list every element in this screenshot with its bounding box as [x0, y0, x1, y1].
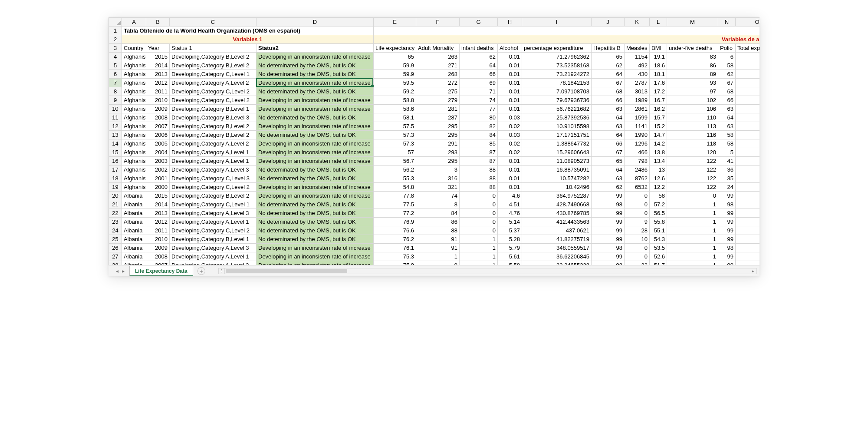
cell[interactable]: 2009 [146, 105, 170, 113]
cell[interactable]: 75.3 [374, 252, 416, 261]
cell[interactable]: 77.8 [374, 192, 416, 200]
row-header[interactable]: 3 [109, 44, 122, 53]
cell[interactable]: 51.7 [650, 261, 667, 265]
cell[interactable]: 36.62206845 [522, 252, 592, 261]
cell[interactable]: Albania [122, 218, 146, 226]
cell[interactable]: 18.1 [650, 70, 667, 79]
row-header[interactable]: 22 [109, 209, 122, 218]
cell[interactable]: 57 [374, 148, 416, 157]
cell[interactable]: 79.67936736 [522, 96, 592, 105]
cell[interactable]: Afghanista [122, 122, 146, 131]
cell[interactable]: 0 [667, 192, 718, 200]
cell[interactable]: 88 [416, 226, 460, 235]
cell[interactable]: 87 [460, 157, 498, 166]
cell[interactable]: 2486 [625, 166, 650, 174]
cell[interactable]: 76.1 [374, 244, 416, 252]
cell[interactable]: 17.2 [650, 87, 667, 96]
cell[interactable]: 1 [460, 261, 498, 265]
cell[interactable]: 0.01 [498, 61, 522, 70]
cell[interactable]: Afghanista [122, 70, 146, 79]
cell[interactable]: No deteminated by the OMS, but is OK [256, 218, 374, 226]
row-header[interactable]: 18 [109, 174, 122, 183]
cell[interactable]: 76.6 [374, 226, 416, 235]
cell[interactable]: 0.01 [498, 105, 522, 113]
cell[interactable]: 272 [416, 79, 460, 87]
cell[interactable]: Afghanista [122, 96, 146, 105]
select-all-corner[interactable] [109, 18, 122, 26]
cell[interactable]: 0 [460, 218, 498, 226]
cell[interactable]: Developing,Category B,Level 1 [170, 105, 256, 113]
cell[interactable]: 5 [736, 218, 760, 226]
cell[interactable]: Developing in an inconsisten rate of inc… [256, 192, 374, 200]
cell[interactable]: 62 [460, 53, 498, 61]
cell[interactable]: 122 [667, 166, 718, 174]
cell[interactable]: 36 [718, 166, 736, 174]
cell[interactable]: 279 [416, 96, 460, 105]
cell[interactable]: 99 [592, 218, 625, 226]
cell[interactable]: 63 [718, 105, 736, 113]
cell[interactable]: 8 [736, 70, 760, 79]
cell[interactable]: 2011 [146, 226, 170, 235]
cell[interactable]: 0 [625, 252, 650, 261]
cell[interactable]: Afghanista [122, 113, 146, 122]
cell[interactable]: Afghanista [122, 166, 146, 174]
cell[interactable]: 5 [736, 244, 760, 252]
column-header[interactable]: C [170, 18, 256, 26]
cell[interactable]: 4.51 [498, 200, 522, 209]
cell[interactable]: 2007 [146, 261, 170, 265]
cell[interactable]: 2861 [625, 105, 650, 113]
cell[interactable]: 4.76 [498, 209, 522, 218]
scrollbar-grip-icon[interactable]: ⋮ [219, 268, 225, 274]
cell[interactable]: 2010 [146, 235, 170, 244]
cell[interactable]: Developing,Category C,Level 2 [170, 96, 256, 105]
cell[interactable]: 12.6 [650, 174, 667, 183]
cell[interactable]: 58.1 [374, 113, 416, 122]
cell[interactable]: 2009 [146, 244, 170, 252]
cell[interactable]: 53.5 [650, 244, 667, 252]
cell[interactable] [736, 183, 760, 192]
cell[interactable]: 73.52358168 [522, 61, 592, 70]
cell[interactable]: Developing,Category B,Level 2 [170, 61, 256, 70]
cell[interactable]: Developing,Category C,Level 1 [170, 200, 256, 209]
cell[interactable]: 59.9 [374, 70, 416, 79]
cell[interactable] [736, 139, 760, 148]
cell[interactable]: 5.58 [498, 261, 522, 265]
cell[interactable]: 5.61 [498, 252, 522, 261]
cell[interactable]: 466 [625, 148, 650, 157]
cell[interactable]: 6 [718, 53, 736, 61]
cell[interactable]: 7 [736, 131, 760, 139]
cell[interactable]: 1 [667, 209, 718, 218]
cell[interactable]: 99 [718, 261, 736, 265]
cell[interactable]: Developing in an inconsisten rate of inc… [256, 96, 374, 105]
cell[interactable]: 93 [667, 79, 718, 87]
cell[interactable]: 91 [416, 235, 460, 244]
cell[interactable]: 58 [718, 139, 736, 148]
cell[interactable]: 99 [718, 252, 736, 261]
cell[interactable]: 57.3 [374, 131, 416, 139]
cell[interactable]: 2010 [146, 96, 170, 105]
cell[interactable]: Developing,Category B,Level 2 [170, 122, 256, 131]
cell[interactable]: 0.01 [498, 183, 522, 192]
cell[interactable]: 2003 [146, 157, 170, 166]
cell[interactable]: 57.2 [650, 200, 667, 209]
cell[interactable]: 5 [736, 235, 760, 244]
cell[interactable]: 66 [718, 96, 736, 105]
cell[interactable]: 5.37 [498, 226, 522, 235]
cell[interactable]: Albania [122, 244, 146, 252]
cell[interactable]: 64 [592, 113, 625, 122]
cell[interactable]: 0.01 [498, 157, 522, 166]
cell[interactable]: 59.2 [374, 87, 416, 96]
cell[interactable]: 2008 [146, 252, 170, 261]
cell[interactable]: 295 [416, 157, 460, 166]
cell[interactable]: 97 [667, 87, 718, 96]
cell[interactable]: Developing in an inconsisten rate of inc… [256, 148, 374, 157]
row-header[interactable]: 25 [109, 235, 122, 244]
cell[interactable]: 83 [667, 53, 718, 61]
cell[interactable]: 66 [592, 96, 625, 105]
cell[interactable]: 122 [667, 174, 718, 183]
cell[interactable]: 0.02 [498, 122, 522, 131]
cell[interactable]: 88 [460, 174, 498, 183]
cell[interactable]: 24 [718, 183, 736, 192]
cell[interactable]: 2013 [146, 70, 170, 79]
row-header[interactable]: 4 [109, 53, 122, 61]
